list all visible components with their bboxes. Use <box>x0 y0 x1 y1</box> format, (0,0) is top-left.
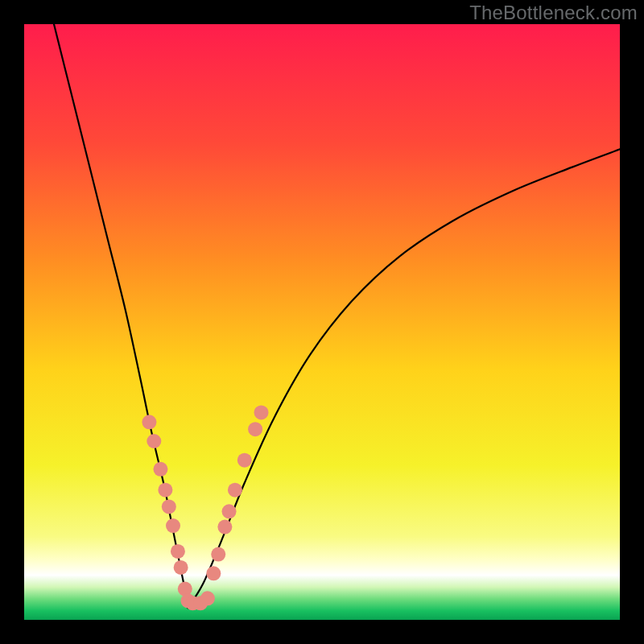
marker-dot <box>217 520 232 535</box>
marker-dot <box>166 518 180 533</box>
bottleneck-chart <box>24 24 620 620</box>
marker-dot <box>237 453 252 468</box>
plot-background <box>24 24 620 620</box>
marker-dot <box>228 483 242 497</box>
marker-dot <box>206 566 221 580</box>
marker-dot <box>158 483 172 497</box>
marker-dot <box>147 434 161 448</box>
marker-dot <box>162 499 176 514</box>
watermark-text: TheBottleneck.com <box>469 2 638 24</box>
marker-dot <box>222 504 237 518</box>
marker-dot <box>153 462 167 477</box>
marker-dot <box>171 544 185 559</box>
marker-dot <box>248 422 262 436</box>
marker-dot <box>142 415 156 429</box>
chart-stage: TheBottleneck.com <box>0 0 644 644</box>
marker-dot <box>211 547 225 562</box>
marker-dot <box>174 560 188 575</box>
marker-dot <box>200 591 215 605</box>
marker-dot <box>254 405 269 419</box>
